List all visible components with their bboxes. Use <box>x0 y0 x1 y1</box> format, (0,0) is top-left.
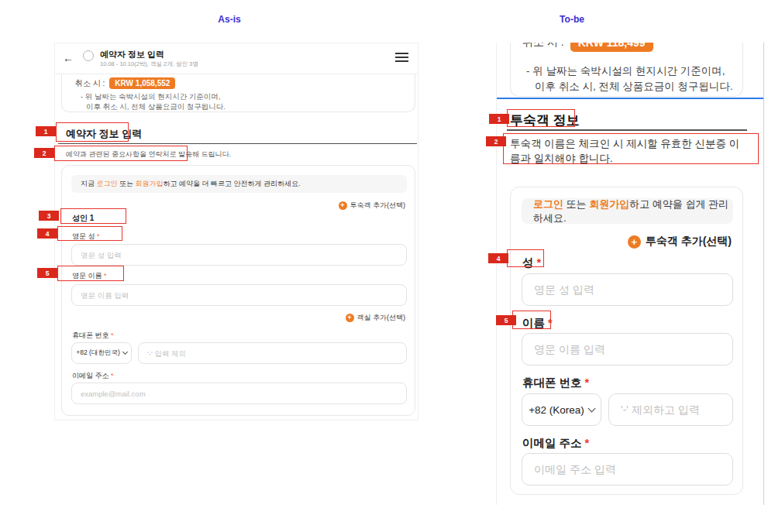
add-guest-button[interactable]: + 투숙객 추가(선택) <box>628 235 732 249</box>
last-name-label: 성 * <box>522 256 541 270</box>
app-header: ← 예약자 정보 입력 10.08 - 10.10(2박), 객실 2개, 성인… <box>55 43 418 74</box>
section-divider <box>58 143 417 144</box>
to-be-screenshot: 취소 시 : KRW 118,499 - 위 날짜는 숙박시설의 현지시간 기준… <box>496 43 764 505</box>
annotation-badge-5: 5 <box>37 268 57 278</box>
section-title: 예약자 정보 입력 <box>66 127 142 141</box>
country-code-select[interactable]: +82 (대한민국) <box>71 342 132 364</box>
required-asterisk: * <box>585 376 590 389</box>
cancel-amount-badge: KRW 1,058,552 <box>109 77 175 89</box>
add-guest-label: 투숙객 추가(선택) <box>350 201 406 211</box>
login-notice-suffix: 하고 예약을 더 빠르고 안전하게 관리하세요. <box>164 180 301 187</box>
annotation-badge-3: 3 <box>39 211 59 221</box>
annotation-badge-2: 2 <box>34 148 54 158</box>
login-notice: 로그인 또는 회원가입하고 예약을 쉽게 관리하세요. <box>522 198 733 224</box>
phone-input[interactable] <box>138 342 407 364</box>
section-divider <box>507 129 747 131</box>
email-input[interactable] <box>71 383 407 404</box>
phone-label: 휴대폰 번호 * <box>522 376 589 390</box>
add-room-button[interactable]: + 객실 추가(선택) <box>346 313 406 323</box>
annotation-badge-1: 1 <box>489 114 509 124</box>
first-name-label: 영문 이름 * <box>72 271 107 281</box>
login-notice: 지금 로그인 또는 회원가입하고 예약을 더 빠르고 안전하게 관리하세요. <box>71 175 407 193</box>
section-description: 예약과 관련된 중요사항을 연락처로 발송해 드립니다. <box>66 149 231 160</box>
add-guest-label: 투숙객 추가(선택) <box>646 235 732 249</box>
login-notice-middle: 또는 <box>118 180 136 187</box>
first-name-input[interactable] <box>71 284 407 306</box>
page-title: 예약자 정보 입력 <box>100 49 164 60</box>
signup-link[interactable]: 회원가입 <box>136 180 164 187</box>
chevron-down-icon <box>122 349 128 355</box>
phone-input[interactable] <box>608 393 733 426</box>
as-is-screenshot: ← 예약자 정보 입력 10.08 - 10.10(2박), 객실 2개, 성인… <box>54 43 418 420</box>
brand-icon <box>83 50 94 61</box>
email-label: 이메일 주소 * <box>522 436 589 451</box>
cancel-policy-card: 취소 시 : KRW 118,499 - 위 날짜는 숙박시설의 현지시간 기준… <box>510 43 743 97</box>
required-asterisk: * <box>537 256 542 269</box>
plus-icon: + <box>346 314 354 322</box>
cancel-label: 취소 시 : <box>522 43 564 50</box>
country-code-select[interactable]: +82 (Korea) <box>522 393 601 426</box>
annotation-badge-5: 5 <box>496 315 516 325</box>
last-name-label: 영문 성 * <box>72 232 100 242</box>
first-name-input[interactable] <box>522 333 733 366</box>
add-guest-button[interactable]: + 투숙객 추가(선택) <box>339 201 406 211</box>
guest-number-label: 성인 1 <box>72 213 94 224</box>
login-notice-prefix: 지금 <box>81 180 97 187</box>
login-notice-middle: 또는 <box>563 198 589 210</box>
required-asterisk: * <box>111 331 114 339</box>
annotation-badge-1: 1 <box>36 126 56 136</box>
email-label: 이메일 주소 * <box>72 371 114 381</box>
cancel-note-line2: 이후 취소 시, 전체 상품요금이 청구됩니다. <box>535 80 733 94</box>
to-be-label: To-be <box>541 14 603 25</box>
required-asterisk: * <box>111 372 114 379</box>
required-asterisk: * <box>97 232 100 240</box>
booking-summary: 10.08 - 10.10(2박), 객실 2개, 성인 3명 <box>100 60 198 68</box>
add-room-label: 객실 추가(선택) <box>357 313 406 323</box>
back-arrow-icon[interactable]: ← <box>63 52 74 64</box>
plus-icon: + <box>339 201 347 210</box>
annotation-badge-2: 2 <box>486 136 506 146</box>
last-name-input[interactable] <box>71 244 407 266</box>
chevron-down-icon <box>587 404 595 412</box>
guest-form-card: 지금 로그인 또는 회원가입하고 예약을 더 빠르고 안전하게 관리하세요. +… <box>61 165 415 416</box>
required-asterisk: * <box>548 317 553 329</box>
annotation-badge-4: 4 <box>37 228 57 239</box>
section-description: 투숙객 이름은 체크인 시 제시할 유효한 신분증 이름과 일치해야 합니다. <box>510 136 744 166</box>
phone-label: 휴대폰 번호 * <box>72 331 114 341</box>
as-is-label: As-is <box>198 14 260 25</box>
cancel-amount-badge: KRW 118,499 <box>570 43 653 52</box>
required-asterisk: * <box>104 272 107 280</box>
cancel-policy-card: 취소 시 : KRW 1,058,552 - 위 날짜는 숙박시설의 현지시간 … <box>61 74 415 112</box>
annotation-badge-4: 4 <box>488 253 508 263</box>
section-title: 투숙객 정보 <box>510 112 580 129</box>
cancel-label: 취소 시 : <box>75 78 105 89</box>
email-input[interactable] <box>522 453 733 486</box>
plus-icon: + <box>628 235 641 249</box>
cancel-note-line2: 이후 취소 시, 전체 상품요금이 청구됩니다. <box>86 102 226 112</box>
hamburger-menu-icon[interactable] <box>395 53 408 64</box>
signup-link[interactable]: 회원가입 <box>589 198 629 210</box>
guest-form-card: 로그인 또는 회원가입하고 예약을 쉽게 관리하세요. + 투숙객 추가(선택)… <box>510 187 743 495</box>
cancel-note-line1: - 위 날짜는 숙박시설의 현지시간 기준이며, <box>81 92 221 102</box>
required-asterisk: * <box>585 437 590 449</box>
blue-divider <box>497 98 764 99</box>
login-link[interactable]: 로그인 <box>533 198 563 210</box>
cancel-note-line1: - 위 날짜는 숙박시설의 현지시간 기준이며, <box>526 64 725 78</box>
last-name-input[interactable] <box>522 273 733 306</box>
first-name-label: 이름 * <box>522 316 553 331</box>
login-link[interactable]: 로그인 <box>97 180 118 187</box>
